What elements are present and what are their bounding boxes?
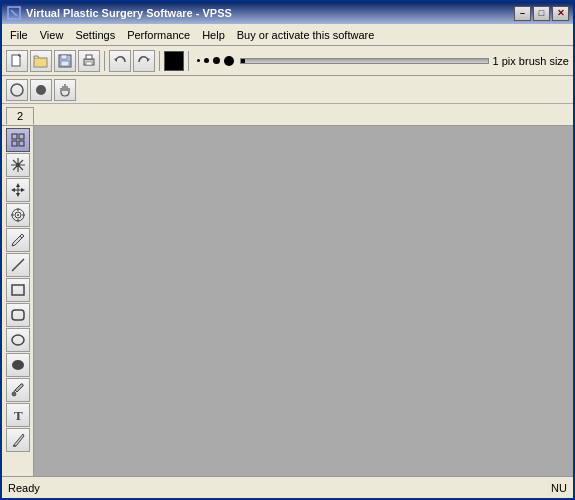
main-window: Virtual Plastic Surgery Software - VPSS … [0, 0, 575, 500]
brush-dot-2[interactable] [204, 58, 209, 63]
menu-settings[interactable]: Settings [69, 27, 121, 43]
svg-marker-11 [114, 58, 117, 62]
svg-rect-17 [12, 141, 17, 146]
mode-btn-1[interactable] [6, 79, 28, 101]
svg-rect-7 [61, 61, 69, 66]
tool-blade[interactable] [6, 428, 30, 452]
svg-marker-20 [16, 183, 20, 187]
status-bar: Ready NU [2, 476, 573, 498]
tool-rectangle[interactable] [6, 278, 30, 302]
tool-eyedropper[interactable] [6, 378, 30, 402]
svg-marker-23 [21, 188, 25, 192]
svg-rect-4 [34, 58, 47, 67]
title-bar: Virtual Plastic Surgery Software - VPSS … [2, 2, 573, 24]
svg-line-40 [14, 390, 15, 392]
window-title: Virtual Plastic Surgery Software - VPSS [26, 7, 232, 19]
svg-rect-16 [19, 134, 24, 139]
toolbar-separator-1 [104, 51, 105, 71]
color-picker[interactable] [164, 51, 184, 71]
brush-slider[interactable] [240, 58, 489, 64]
tool-rounded-rect[interactable] [6, 303, 30, 327]
toolbox: T [2, 126, 34, 476]
svg-rect-18 [19, 141, 24, 146]
tool-pencil[interactable] [6, 228, 30, 252]
tab-2[interactable]: 2 [6, 107, 34, 125]
svg-point-19 [16, 163, 20, 167]
hand-tool-button[interactable] [54, 79, 76, 101]
maximize-button[interactable]: □ [533, 6, 550, 21]
svg-rect-6 [61, 55, 67, 59]
new-button[interactable] [6, 50, 28, 72]
menu-bar: File View Settings Performance Help Buy … [2, 24, 573, 46]
toolbar1: 1 pix brush size [2, 46, 573, 76]
close-button[interactable]: ✕ [552, 6, 569, 21]
mode-btn-2[interactable] [30, 79, 52, 101]
title-bar-left: Virtual Plastic Surgery Software - VPSS [6, 5, 232, 21]
toolbar-separator-3 [188, 51, 189, 71]
svg-point-28 [17, 214, 19, 216]
svg-line-1 [11, 10, 17, 16]
menu-file[interactable]: File [4, 27, 34, 43]
svg-point-38 [12, 360, 24, 370]
status-text: Ready [8, 482, 40, 494]
tab-bar: 2 [2, 104, 573, 126]
tool-text[interactable]: T [6, 403, 30, 427]
save-button[interactable] [54, 50, 76, 72]
brush-dot-4[interactable] [224, 56, 234, 66]
tool-filled-ellipse[interactable] [6, 353, 30, 377]
brush-dot-3[interactable] [213, 57, 220, 64]
svg-marker-21 [16, 193, 20, 197]
toolbar-separator-2 [159, 51, 160, 71]
svg-rect-10 [86, 62, 92, 65]
tool-select[interactable] [6, 128, 30, 152]
tool-move-arrows[interactable] [6, 178, 30, 202]
menu-view[interactable]: View [34, 27, 70, 43]
svg-marker-12 [147, 58, 150, 62]
tool-ellipse[interactable] [6, 328, 30, 352]
menu-buy[interactable]: Buy or activate this software [231, 27, 381, 43]
menu-help[interactable]: Help [196, 27, 231, 43]
svg-point-39 [12, 392, 16, 396]
tool-target[interactable] [6, 203, 30, 227]
status-mode: NU [551, 482, 567, 494]
redo-button[interactable] [133, 50, 155, 72]
svg-rect-15 [12, 134, 17, 139]
svg-rect-9 [86, 55, 92, 59]
brush-dot-row [193, 56, 238, 66]
menu-performance[interactable]: Performance [121, 27, 196, 43]
title-buttons: – □ ✕ [514, 6, 569, 21]
svg-rect-36 [12, 310, 24, 320]
brush-slider-area: 1 pix brush size [240, 55, 569, 67]
open-button[interactable] [30, 50, 52, 72]
svg-marker-22 [11, 188, 15, 192]
brush-size-label: 1 pix brush size [493, 55, 569, 67]
tool-line[interactable] [6, 253, 30, 277]
undo-button[interactable] [109, 50, 131, 72]
svg-text:T: T [14, 408, 23, 423]
svg-rect-35 [12, 285, 24, 295]
print-button[interactable] [78, 50, 100, 72]
brush-dot-1[interactable] [197, 59, 200, 62]
app-icon [6, 5, 22, 21]
canvas-area[interactable] [34, 126, 573, 476]
svg-point-14 [36, 85, 46, 95]
svg-point-13 [11, 84, 23, 96]
svg-point-37 [12, 335, 24, 345]
tool-transform[interactable] [6, 153, 30, 177]
toolbar2 [2, 76, 573, 104]
svg-line-34 [12, 259, 24, 271]
minimize-button[interactable]: – [514, 6, 531, 21]
svg-rect-2 [12, 55, 20, 66]
main-area: T [2, 126, 573, 476]
